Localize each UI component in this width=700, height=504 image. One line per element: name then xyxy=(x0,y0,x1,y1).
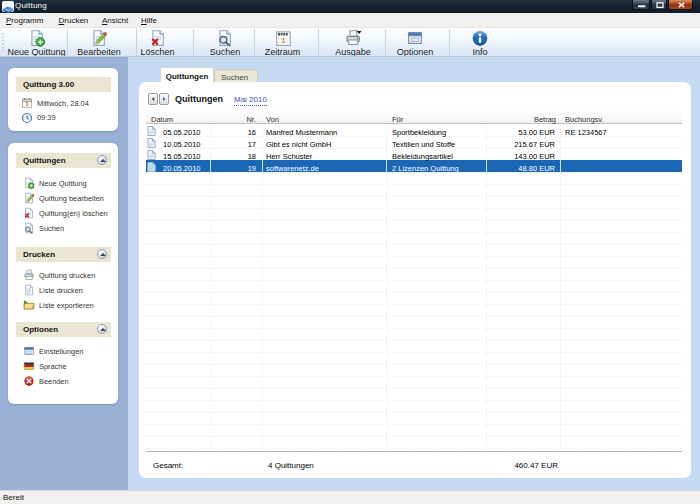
svg-text:1: 1 xyxy=(26,101,29,107)
svg-text:1: 1 xyxy=(281,36,286,45)
